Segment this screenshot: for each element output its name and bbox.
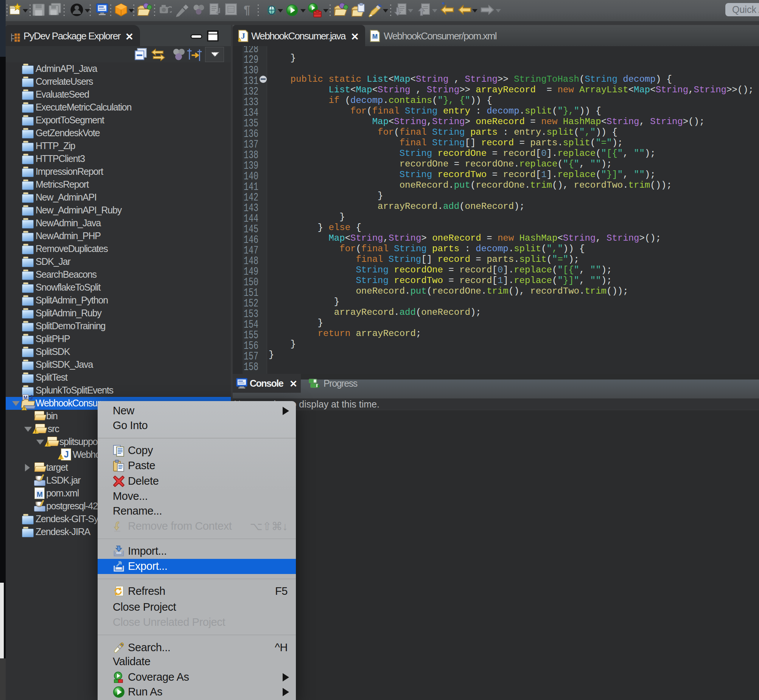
svg-text:J: J [241,31,245,41]
svg-text:J: J [30,394,33,401]
svg-text:M: M [372,33,378,40]
svg-text:*: * [442,2,445,8]
